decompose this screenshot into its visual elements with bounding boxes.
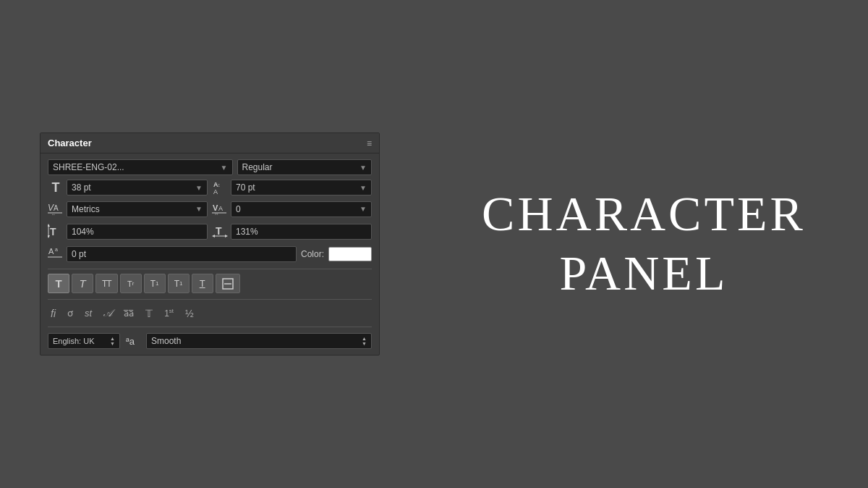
font-size-value: 38 pt [72,182,91,193]
svg-text:A: A [48,247,54,256]
leading-arrow: ▼ [359,184,367,192]
italic-button[interactable]: T [72,274,93,293]
svg-text:↔: ↔ [51,212,56,216]
svg-marker-17 [212,235,215,237]
svg-text:A: A [54,204,59,212]
font-family-dropdown[interactable]: SHREE-ENG-02... ▼ [48,159,233,175]
panel-menu-icon[interactable]: ≡ [367,138,372,148]
font-size-input[interactable]: 38 pt ▼ [67,180,208,195]
smallcaps-button[interactable]: Tr [120,274,142,293]
fractions-button[interactable]: ½ [182,306,197,321]
style-buttons-row: T T TT Tr T1 T1 T [48,274,372,300]
svg-text:A: A [213,188,218,195]
svg-text:↔: ↔ [214,211,219,216]
font-family-row: SHREE-ENG-02... ▼ Regular ▼ [48,159,372,175]
size-leading-row: T 38 pt ▼ A ↕ A 70 pt [48,180,372,195]
bottom-row: English: UK ▲ ▼ ªa Smooth ▲ ▼ [48,333,372,349]
horizontal-scale-group: T 131% [212,222,372,240]
baseline-shift-input[interactable]: 0 pt [67,246,297,262]
tracking-icon: V A ↔ [212,200,228,218]
language-dropdown[interactable]: English: UK ▲ ▼ [48,333,120,349]
panel-header: Character ≡ [41,133,379,153]
font-style-value: Regular [242,162,273,172]
vertical-scale-icon: T [48,222,64,240]
svg-text:T: T [216,225,222,237]
horizontal-scale-icon: T [212,222,228,240]
underline-button[interactable]: T [192,274,213,293]
scale-row: T 104% T [48,222,372,240]
font-size-icon: T [48,180,64,195]
font-style-dropdown[interactable]: Regular ▼ [237,159,373,175]
language-arrows: ▲ ▼ [110,336,115,346]
panel-title: Character [48,138,92,148]
kerning-arrow: ▼ [195,205,203,213]
vertical-scale-group: T 104% [48,222,208,240]
vertical-scale-value: 104% [72,227,94,237]
svg-text:T: T [50,226,56,237]
leading-group: A ↕ A 70 pt ▼ [212,180,372,195]
svg-text:↕: ↕ [218,182,221,188]
antialiasing-arrows: ▲ ▼ [362,336,367,346]
ordinal-button[interactable]: 1st [161,306,176,320]
font-size-group: T 38 pt ▼ [48,180,208,195]
right-panel: CHARACTER PANEL [420,0,868,488]
font-size-arrow: ▼ [195,184,203,192]
baseline-shift-icon: A a [48,245,64,263]
panel-body: SHREE-ENG-02... ▼ Regular ▼ T 38 pt ▼ [41,153,379,355]
opentype-row: fi ơ st 𝒜 a̅a̅ 𝕋 1st ½ [48,306,372,327]
kerning-group: V A ↔ Metrics ▼ [48,200,208,218]
strikethrough-button[interactable] [216,274,240,293]
left-panel: Character ≡ SHREE-ENG-02... ▼ Regular ▼ … [0,0,420,488]
antialiasing-dropdown[interactable]: Smooth ▲ ▼ [146,333,372,349]
title-line1: CHARACTER [482,185,806,244]
title-text: CHARACTER PANEL [482,185,806,303]
vertical-scale-input[interactable]: 104% [67,224,208,240]
font-family-value: SHREE-ENG-02... [53,162,124,172]
baseline-shift-group: A a 0 pt [48,245,297,263]
font-style-arrow: ▼ [359,164,367,172]
antialiasing-value: Smooth [151,336,181,346]
ordinals-button[interactable]: ơ [64,306,76,320]
swash-button[interactable]: st [82,306,95,320]
kerning-value: Metrics [72,204,100,214]
stylistic-button[interactable]: 𝒜 [101,306,115,321]
ligatures-button[interactable]: fi [48,306,59,321]
contextual-button[interactable]: 𝕋 [142,306,156,321]
svg-marker-18 [225,235,228,237]
tracking-group: V A ↔ 0 ▼ [212,200,372,218]
tracking-arrow: ▼ [359,205,367,213]
font-family-arrow: ▼ [221,164,228,172]
leading-value: 70 pt [236,182,255,193]
kerning-icon: V A ↔ [48,200,64,218]
subscript-button[interactable]: T1 [168,274,190,293]
color-swatch[interactable] [328,247,372,261]
baseline-shift-value: 0 pt [72,249,86,259]
color-label: Color: [301,249,324,259]
svg-text:a: a [55,247,58,252]
language-value: English: UK [53,337,94,345]
leading-icon: A ↕ A [212,180,228,195]
tracking-input[interactable]: 0 ▼ [231,201,372,217]
baseline-color-row: A a 0 pt Color: [48,245,372,263]
titling-button[interactable]: a̅a̅ [121,307,137,320]
horizontal-scale-input[interactable]: 131% [231,224,372,240]
divider-1 [48,269,372,269]
aa-icon: ªa [126,336,140,347]
svg-marker-13 [48,224,50,227]
allcaps-button[interactable]: TT [95,274,118,293]
tracking-value: 0 [236,204,241,214]
horizontal-scale-value: 131% [236,227,258,237]
kerning-tracking-row: V A ↔ Metrics ▼ V [48,200,372,218]
kerning-input[interactable]: Metrics ▼ [67,201,208,217]
bold-button[interactable]: T [48,274,69,293]
leading-input[interactable]: 70 pt ▼ [231,180,372,195]
title-line2: PANEL [482,244,806,303]
superscript-button[interactable]: T1 [144,274,166,293]
character-panel: Character ≡ SHREE-ENG-02... ▼ Regular ▼ … [40,132,380,356]
